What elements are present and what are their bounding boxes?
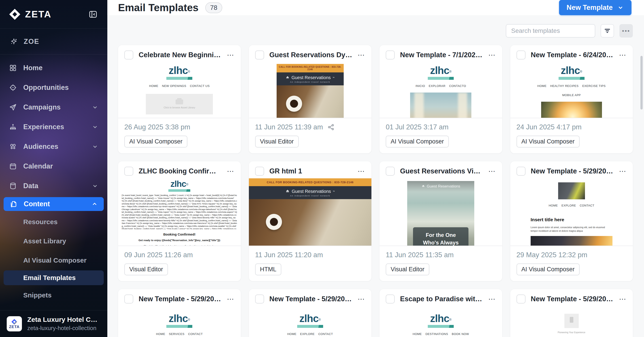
share-icon[interactable] — [327, 124, 334, 131]
template-card[interactable]: Celebrate New Beginnings wi... ⋯ zlhc® H… — [118, 45, 241, 153]
card-menu-icon[interactable]: ⋯ — [619, 296, 626, 303]
card-checkbox[interactable] — [124, 167, 133, 176]
card-menu-icon[interactable]: ⋯ — [488, 168, 496, 175]
sidebar-item-label: Experiences — [23, 123, 64, 131]
audiences-circles-icon — [9, 143, 17, 151]
card-menu-icon[interactable]: ⋯ — [227, 51, 234, 58]
card-thumbnail[interactable]: HOME EXPLORE CONTACT Insert title here L… — [510, 178, 633, 246]
sidebar-item-ai-visual-composer[interactable]: AI Visual Composer — [0, 251, 107, 270]
sub-item-label: Resources — [23, 218, 58, 226]
template-card[interactable]: Guest Reservations Dynamic ... ⋯ CALL FO… — [249, 45, 372, 153]
card-menu-icon[interactable]: ⋯ — [227, 296, 234, 303]
template-card[interactable]: New Template - 5/29/2025 1... ⋯ Pioneeri… — [510, 289, 633, 337]
card-editor-chip[interactable]: Visual Editor — [386, 264, 429, 275]
sidebar-item-snippets[interactable]: Snippets — [0, 286, 107, 305]
card-menu-icon[interactable]: ⋯ — [488, 51, 496, 58]
card-thumbnail[interactable]: zlhc® HOME SERVICES CONTACT — [118, 306, 241, 337]
sidebar-item-audiences[interactable]: Audiences — [0, 137, 107, 156]
card-editor-chip[interactable]: AI Visual Composer — [386, 136, 449, 147]
template-card[interactable]: New Template - 7/1/2025 9:1... ⋯ zlhc® I… — [380, 45, 502, 153]
card-menu-icon[interactable]: ⋯ — [358, 168, 365, 175]
card-checkbox[interactable] — [255, 167, 264, 176]
account-switcher[interactable]: ZETA Zeta Luxury Hotel Colle... zeta-lux… — [0, 310, 107, 337]
card-checkbox[interactable] — [516, 167, 526, 176]
card-checkbox[interactable] — [386, 50, 395, 59]
card-thumbnail[interactable]: Pioneering Your Experience — [510, 306, 633, 337]
card-title: New Template - 5/29/2025 1... — [531, 295, 614, 303]
card-menu-icon[interactable]: ⋯ — [619, 51, 626, 58]
sidebar-item-campaigns[interactable]: Campaigns — [0, 97, 107, 117]
card-checkbox[interactable] — [516, 50, 526, 59]
template-card[interactable]: GR html 1 ⋯ CALL FOR BOOKING-RELATED QUE… — [249, 161, 372, 281]
sidebar-item-experiences[interactable]: Experiences — [0, 117, 107, 137]
card-checkbox[interactable] — [124, 50, 133, 59]
sidebar-item-resources[interactable]: Resources — [0, 212, 107, 232]
card-editor-chip[interactable]: HTML — [255, 264, 282, 275]
card-thumbnail[interactable]: CALL FOR BOOKING-RELATED QUESTIONS : 833… — [249, 178, 372, 246]
thumb-photo-city-sunset: How was you — [531, 236, 612, 246]
card-date: 26 Aug 2025 3:38 pm — [124, 123, 190, 131]
sidebar-item-data[interactable]: Data — [0, 176, 107, 196]
card-editor-chip[interactable]: AI Visual Composer — [516, 264, 580, 275]
sidebar-item-asset-library[interactable]: Asset Library — [0, 232, 107, 251]
card-thumbnail[interactable]: zlhc® INICIO EXPLORAR CONTACTO — [380, 62, 502, 118]
zlhc-logo: zlhc® — [380, 313, 502, 328]
account-slug: zeta-luxury-hotel-collection — [27, 325, 101, 332]
card-menu-icon[interactable]: ⋯ — [227, 168, 234, 175]
card-thumbnail[interactable]: CALL FOR BOOKING-RELATED QUESTIONS : 833… — [249, 62, 372, 118]
more-options-button[interactable]: ••• — [620, 24, 633, 37]
zlhc-logo: zlhc® — [249, 313, 372, 328]
card-checkbox[interactable] — [386, 167, 395, 176]
zlhc-logo: zlhc® — [118, 313, 241, 328]
card-thumbnail[interactable]: zlhc® HOME HEALTHY RECIPES EXERCISE TIPS… — [510, 62, 633, 118]
filter-button[interactable] — [600, 24, 614, 37]
card-editor-chip[interactable]: AI Visual Composer — [516, 136, 580, 147]
template-card[interactable]: New Template - 5/29/2025 1... ⋯ zlhc® HO… — [118, 289, 241, 337]
content-submenu: Resources Asset Library AI Visual Compos… — [0, 212, 107, 305]
sidebar-item-home[interactable]: Home — [0, 58, 107, 78]
card-checkbox[interactable] — [255, 50, 264, 59]
sidebar-item-label: Content — [24, 200, 50, 208]
zlhc-logo: zlhc® — [510, 64, 633, 80]
templates-grid: Celebrate New Beginnings wi... ⋯ zlhc® H… — [118, 45, 633, 337]
card-editor-chip[interactable]: Visual Editor — [124, 264, 168, 275]
sidebar-item-zoe[interactable]: ZOE — [0, 29, 107, 54]
chevron-down-icon — [92, 143, 98, 150]
thumb-nav: HOME EXPLORE CONTACT — [510, 204, 633, 207]
template-card[interactable]: ZLHC Booking Confirmation ... ⋯ zlhc® {%… — [118, 161, 241, 281]
card-menu-icon[interactable]: ⋯ — [358, 296, 365, 303]
card-checkbox[interactable] — [516, 295, 526, 304]
template-card[interactable]: New Template - 5/29/2025 1... ⋯ zlhc® HO… — [249, 289, 372, 337]
search-box — [506, 24, 595, 37]
card-menu-icon[interactable]: ⋯ — [619, 168, 626, 175]
scrollbar-thumb[interactable] — [640, 56, 643, 109]
sidebar-collapse-icon[interactable] — [88, 9, 98, 20]
zlhc-logo: zlhc® — [118, 179, 241, 192]
account-name: Zeta Luxury Hotel Colle... — [27, 316, 101, 323]
template-card[interactable]: Escape to Paradise with Zeta ... ⋯ zlhc®… — [380, 289, 502, 337]
template-card[interactable]: Guest Reservations Visual ⋯ Guest Reserv… — [380, 161, 502, 281]
card-thumbnail[interactable]: zlhc® {% event hotel_book | event_type: … — [118, 178, 241, 246]
template-card[interactable]: New Template - 6/24/2025 3:... ⋯ zlhc® H… — [510, 45, 633, 153]
sidebar-item-opportunities[interactable]: Opportunities — [0, 78, 107, 97]
new-template-button[interactable]: New Template — [559, 0, 632, 15]
card-menu-icon[interactable]: ⋯ — [488, 296, 496, 303]
card-menu-icon[interactable]: ⋯ — [358, 51, 365, 58]
template-card[interactable]: New Template - 5/29/2025 1... ⋯ HOME EXP… — [510, 161, 633, 281]
search-input[interactable] — [506, 24, 595, 37]
card-checkbox[interactable] — [386, 295, 395, 304]
sidebar-item-content[interactable]: Content — [4, 197, 104, 211]
card-checkbox[interactable] — [124, 295, 133, 304]
asset-placeholder: Click to browse Asset Library — [146, 94, 213, 114]
card-thumbnail[interactable]: zlhc® HOME NEW OPENINGS CONTACT US Click… — [118, 62, 241, 118]
card-checkbox[interactable] — [255, 295, 264, 304]
calendar-icon — [9, 162, 17, 170]
bell-icon — [422, 185, 425, 188]
card-thumbnail[interactable]: Guest Reservations For the One Who's Alw… — [380, 178, 502, 246]
card-thumbnail[interactable]: zlhc® HOME EXPLORE CONTACT — [249, 306, 372, 337]
card-editor-chip[interactable]: Visual Editor — [255, 136, 299, 147]
card-thumbnail[interactable]: zlhc® HOME DESTINATIONS BOOK NOW CONTACT… — [380, 306, 502, 337]
sidebar-item-calendar[interactable]: Calendar — [0, 156, 107, 176]
card-editor-chip[interactable]: AI Visual Composer — [124, 136, 188, 147]
sidebar-item-email-templates[interactable]: Email Templates — [4, 270, 104, 285]
